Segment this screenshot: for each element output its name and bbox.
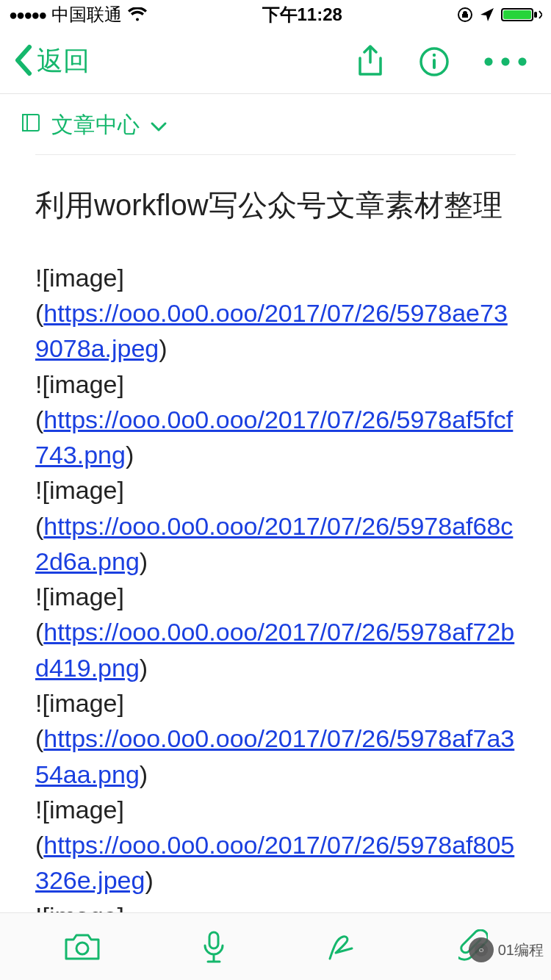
- svg-rect-10: [209, 932, 218, 948]
- close-paren: ): [159, 334, 167, 362]
- close-paren: ): [140, 760, 148, 788]
- open-paren: (: [35, 724, 43, 752]
- open-paren: (: [35, 831, 43, 859]
- image-prefix: ![image]: [35, 370, 124, 398]
- image-url-link[interactable]: https://ooo.0o0.ooo/2017/07/26/5978ae739…: [35, 299, 508, 362]
- location-icon: [479, 7, 495, 23]
- note-body[interactable]: ![image](https://ooo.0o0.ooo/2017/07/26/…: [35, 260, 516, 934]
- svg-rect-2: [503, 10, 531, 19]
- close-paren: ): [126, 441, 134, 469]
- nav-actions: ○○○: [356, 45, 538, 79]
- notebook-icon: [21, 112, 41, 138]
- notebook-label: 文章中心: [51, 110, 140, 140]
- back-label: 返回: [37, 43, 90, 79]
- image-url-link[interactable]: https://ooo.0o0.ooo/2017/07/26/5978af805…: [35, 831, 514, 894]
- note-content[interactable]: 利用workflow写公众号文章素材整理 ![image](https://oo…: [0, 155, 551, 934]
- orientation-lock-icon: [457, 7, 473, 23]
- image-prefix: ![image]: [35, 689, 124, 717]
- more-icon[interactable]: ○○○: [483, 57, 533, 67]
- status-right: [457, 7, 542, 23]
- notebook-selector[interactable]: 文章中心: [0, 94, 551, 154]
- svg-text:O: O: [479, 947, 483, 954]
- image-prefix: ![image]: [35, 583, 124, 610]
- share-icon[interactable]: [356, 45, 385, 79]
- image-prefix: ![image]: [35, 796, 124, 824]
- battery-icon: [501, 7, 542, 23]
- watermark-avatar-icon: O: [469, 937, 494, 962]
- info-icon[interactable]: [419, 46, 450, 77]
- image-url-link[interactable]: https://ooo.0o0.ooo/2017/07/26/5978af5fc…: [35, 406, 513, 469]
- microphone-icon[interactable]: [199, 929, 228, 965]
- signal-strength: ●●●●●: [9, 7, 46, 24]
- close-paren: ): [145, 866, 153, 894]
- svg-rect-8: [23, 115, 27, 131]
- status-bar: ●●●●● 中国联通 下午11:28: [0, 0, 551, 29]
- markdown-image-line[interactable]: ![image](https://ooo.0o0.ooo/2017/07/26/…: [35, 260, 516, 367]
- back-button[interactable]: 返回: [13, 43, 90, 79]
- note-title[interactable]: 利用workflow写公众号文章素材整理: [35, 184, 516, 226]
- markdown-image-line[interactable]: ![image](https://ooo.0o0.ooo/2017/07/26/…: [35, 685, 516, 792]
- status-time: 下午11:28: [262, 3, 342, 26]
- handwriting-icon[interactable]: [325, 931, 361, 963]
- svg-point-5: [433, 53, 436, 56]
- image-url-link[interactable]: https://ooo.0o0.ooo/2017/07/26/5978af7a3…: [35, 724, 514, 788]
- status-left: ●●●●● 中国联通: [9, 3, 147, 26]
- image-url-link[interactable]: https://ooo.0o0.ooo/2017/07/26/5978af68c…: [35, 512, 513, 575]
- markdown-image-line[interactable]: ![image](https://ooo.0o0.ooo/2017/07/26/…: [35, 792, 516, 898]
- chevron-down-icon: [150, 113, 168, 138]
- svg-point-9: [76, 943, 88, 954]
- svg-rect-3: [534, 12, 537, 18]
- markdown-image-line[interactable]: ![image](https://ooo.0o0.ooo/2017/07/26/…: [35, 472, 516, 579]
- image-prefix: ![image]: [35, 264, 124, 292]
- wifi-icon: [128, 7, 147, 22]
- carrier-label: 中国联通: [51, 3, 122, 26]
- markdown-image-line[interactable]: ![image](https://ooo.0o0.ooo/2017/07/26/…: [35, 367, 516, 473]
- image-url-link[interactable]: https://ooo.0o0.ooo/2017/07/26/5978af72b…: [35, 618, 514, 681]
- svg-rect-6: [433, 59, 436, 69]
- open-paren: (: [35, 406, 43, 433]
- svg-rect-7: [23, 115, 39, 131]
- camera-icon[interactable]: [63, 932, 101, 962]
- image-prefix: ![image]: [35, 476, 124, 504]
- close-paren: ): [140, 654, 148, 682]
- open-paren: (: [35, 299, 43, 327]
- watermark: O 01编程: [469, 937, 544, 962]
- close-paren: ): [140, 547, 148, 575]
- watermark-text: 01编程: [498, 940, 544, 960]
- nav-bar: 返回 ○○○: [0, 29, 551, 94]
- open-paren: (: [35, 618, 43, 646]
- open-paren: (: [35, 512, 43, 540]
- chevron-left-icon: [13, 44, 34, 79]
- markdown-image-line[interactable]: ![image](https://ooo.0o0.ooo/2017/07/26/…: [35, 579, 516, 685]
